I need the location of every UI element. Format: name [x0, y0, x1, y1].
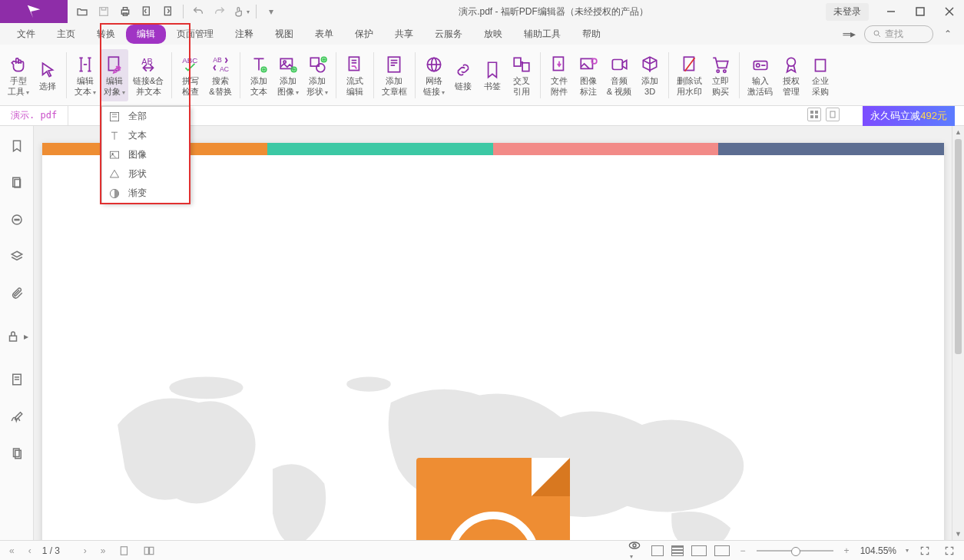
document-tab[interactable]: 演示. pdf — [0, 106, 68, 125]
ribbon-hand[interactable]: 手型 工具▾ — [5, 49, 32, 101]
menu-转换[interactable]: 转换 — [86, 25, 126, 44]
menu-辅助工具[interactable]: 辅助工具 — [513, 25, 571, 44]
fullscreen-icon[interactable] — [941, 545, 958, 556]
sidebar: ▸ — [0, 126, 34, 540]
menu-帮助[interactable]: 帮助 — [571, 25, 611, 44]
thumbnail-view-icon[interactable] — [807, 108, 821, 121]
clipboard-panel-icon[interactable] — [8, 444, 26, 462]
security-panel-icon[interactable] — [4, 327, 22, 346]
ribbon-edit-text[interactable]: 编辑 文本▾ — [71, 49, 99, 101]
bookmark-panel-icon[interactable] — [8, 137, 26, 155]
next-page-icon[interactable]: › — [81, 545, 90, 556]
dropdown-item-gradient[interactable]: 渐变 — [102, 184, 190, 203]
bookmark-view-icon[interactable] — [826, 108, 840, 121]
page-prev-icon[interactable] — [137, 2, 157, 22]
menu-页面管理[interactable]: 页面管理 — [166, 25, 224, 44]
ribbon-link-merge[interactable]: AB链接&合 并文本 — [130, 49, 167, 101]
ribbon-select[interactable]: 选择 — [34, 49, 61, 101]
vertical-scrollbar[interactable]: ▲ ▼ — [952, 126, 964, 540]
ribbon-enterprise[interactable]: 企业 采购 — [807, 49, 834, 101]
ribbon-attachment[interactable]: 文件 附件 — [545, 49, 573, 101]
layers-panel-icon[interactable] — [8, 247, 26, 266]
single-page-icon[interactable] — [651, 545, 664, 556]
menu-共享[interactable]: 共享 — [384, 25, 424, 44]
ribbon-add-image[interactable]: 添加 图像▾ — [274, 49, 302, 101]
ribbon-crossref[interactable]: 交叉 引用 — [508, 49, 535, 101]
menu-注释[interactable]: 注释 — [224, 25, 264, 44]
ribbon-spellcheck[interactable]: ABC拼写 检查 — [177, 49, 204, 101]
last-page-icon[interactable]: » — [98, 545, 109, 556]
page-number-input[interactable] — [42, 545, 73, 556]
ribbon-options-icon[interactable]: ═▸ — [840, 24, 860, 44]
attachments-panel-icon[interactable] — [8, 284, 26, 303]
ribbon-article[interactable]: 添加 文章框 — [379, 49, 410, 101]
zoom-slider[interactable] — [757, 550, 833, 552]
ribbon-bookmark[interactable]: 书签 — [479, 49, 506, 101]
open-icon[interactable] — [72, 2, 92, 22]
fit-page-icon[interactable] — [916, 545, 933, 556]
close-button[interactable] — [935, 0, 964, 23]
zoom-out-icon[interactable]: − — [737, 545, 749, 556]
menu-视图[interactable]: 视图 — [264, 25, 304, 44]
comments-panel-icon[interactable] — [8, 210, 26, 229]
ribbon-buy[interactable]: 立即 购买 — [707, 49, 734, 101]
undo-icon[interactable] — [188, 2, 208, 22]
ribbon-image-annot[interactable]: 图像 标注 — [575, 49, 602, 101]
prev-page-icon[interactable]: ‹ — [25, 545, 35, 556]
search-input[interactable]: 查找 — [864, 25, 933, 43]
scroll-thumb[interactable] — [955, 139, 962, 354]
continuous-facing-icon[interactable] — [714, 545, 730, 556]
menu-保护[interactable]: 保护 — [344, 25, 384, 44]
svg-text:AC: AC — [220, 65, 229, 73]
promo-banner[interactable]: 永久码立减492元 — [863, 106, 955, 126]
menu-表单[interactable]: 表单 — [304, 25, 344, 44]
ribbon-reflow[interactable]: 流式 编辑 — [341, 49, 369, 101]
collapse-ribbon-icon[interactable]: ⌃ — [938, 24, 958, 44]
pages-panel-icon[interactable] — [8, 174, 26, 192]
dropdown-item-shape[interactable]: 形状 — [102, 164, 190, 184]
menu-文件[interactable]: 文件 — [6, 25, 46, 44]
ribbon-link[interactable]: 链接 — [449, 49, 477, 101]
menu-云服务[interactable]: 云服务 — [424, 25, 473, 44]
maximize-button[interactable] — [906, 0, 935, 23]
page-fit-icon[interactable] — [116, 545, 133, 556]
ribbon-add-3d[interactable]: 添加 3D — [636, 49, 664, 101]
ribbon-edit-object[interactable]: 编辑 对象▾ — [101, 49, 128, 101]
ribbon-add-text[interactable]: 添加 文本 — [245, 49, 273, 101]
menubar: 文件主页转换编辑页面管理注释视图表单保护共享云服务放映辅助工具帮助 ═▸ 查找 … — [0, 23, 964, 45]
print-icon[interactable] — [115, 2, 135, 22]
qat-more-icon[interactable]: ▾ — [261, 2, 281, 22]
svg-rect-63 — [815, 111, 818, 114]
form-panel-icon[interactable] — [8, 370, 26, 389]
menu-放映[interactable]: 放映 — [473, 25, 513, 44]
dropdown-item-image[interactable]: 图像 — [102, 145, 190, 164]
page-next-icon[interactable] — [158, 2, 178, 22]
ribbon-add-shape[interactable]: 添加 形状▾ — [303, 49, 331, 101]
dropdown-item-text[interactable]: 文本 — [102, 126, 190, 145]
ribbon-search-replace[interactable]: ABAC搜索 &替换 — [206, 49, 234, 101]
zoom-dropdown-icon[interactable]: ▾ — [906, 547, 909, 554]
login-button[interactable]: 未登录 — [826, 3, 869, 21]
redo-icon[interactable] — [210, 2, 230, 22]
ribbon-activation[interactable]: 输入 激活码 — [744, 49, 776, 101]
first-page-icon[interactable]: « — [6, 545, 18, 556]
menu-主页[interactable]: 主页 — [46, 25, 86, 44]
sidebar-expand-icon[interactable]: ▸ — [24, 321, 30, 352]
save-icon[interactable] — [94, 2, 114, 22]
menu-编辑[interactable]: 编辑 — [126, 25, 166, 44]
ribbon-remove-wm[interactable]: 删除试 用水印 — [674, 49, 705, 101]
scroll-up-icon[interactable]: ▲ — [952, 126, 964, 138]
ribbon-web-link[interactable]: 网络 链接▾ — [420, 49, 448, 101]
reading-mode-icon[interactable]: ▾ — [625, 541, 644, 561]
page-fit-spread-icon[interactable] — [141, 545, 157, 556]
minimize-button[interactable] — [876, 0, 906, 23]
zoom-in-icon[interactable]: + — [841, 545, 853, 556]
dropdown-item-all[interactable]: 全部 — [102, 107, 190, 126]
facing-page-icon[interactable] — [691, 545, 707, 556]
ribbon-audio-video[interactable]: 音频 & 视频 — [604, 49, 634, 101]
signature-panel-icon[interactable] — [8, 407, 26, 426]
ribbon-license[interactable]: 授权 管理 — [777, 49, 805, 101]
touch-icon[interactable]: ▾ — [231, 2, 251, 22]
scroll-down-icon[interactable]: ▼ — [952, 528, 964, 540]
continuous-page-icon[interactable] — [671, 545, 684, 556]
